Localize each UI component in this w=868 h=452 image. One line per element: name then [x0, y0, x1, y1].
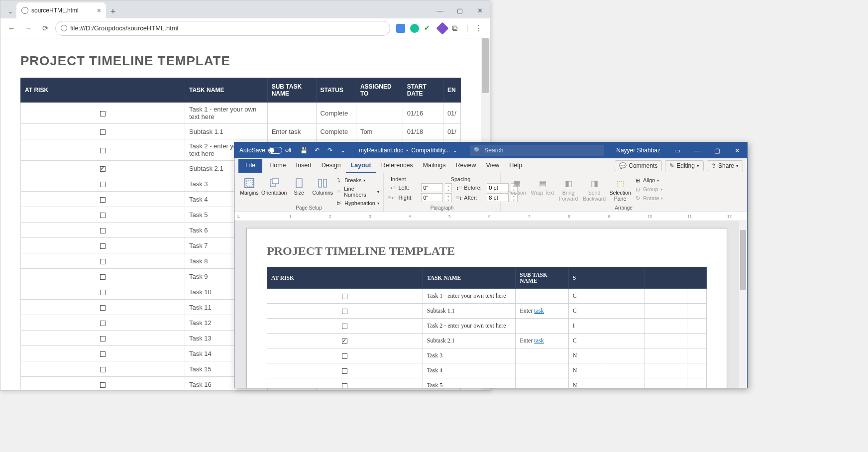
new-tab-button[interactable]: +	[106, 4, 120, 18]
menu-layout[interactable]: Layout	[346, 159, 376, 173]
qat-dropdown-icon[interactable]: ⌄	[339, 146, 347, 154]
extension-icon[interactable]	[436, 22, 448, 34]
autosave-toggle[interactable]: AutoSave Off	[234, 147, 296, 154]
redo-icon[interactable]: ↷	[326, 146, 334, 154]
checkbox-icon[interactable]	[100, 129, 106, 135]
at-risk-cell[interactable]	[21, 331, 185, 346]
at-risk-cell[interactable]	[267, 289, 423, 304]
menu-insert[interactable]: Insert	[291, 159, 317, 173]
undo-icon[interactable]: ↶	[313, 146, 321, 154]
menu-home[interactable]: Home	[264, 159, 291, 173]
selection-pane-button[interactable]: ⬚Selection Pane	[608, 175, 632, 202]
orientation-button[interactable]: Orientation	[262, 175, 286, 196]
checkbox-icon[interactable]	[342, 368, 347, 374]
checkbox-icon[interactable]	[100, 336, 106, 341]
extension-icon[interactable]	[396, 24, 405, 33]
align-button[interactable]: ⊞Align ▾	[634, 176, 663, 184]
checkbox-icon[interactable]	[100, 148, 106, 153]
at-risk-cell[interactable]	[267, 334, 423, 348]
tab-list-dropdown[interactable]: ⌄	[4, 4, 16, 18]
spinner[interactable]: ▴▾	[445, 193, 452, 202]
chevron-down-icon[interactable]: ⌄	[453, 148, 457, 153]
columns-button[interactable]: Columns	[312, 175, 333, 196]
indent-right-input[interactable]	[421, 193, 443, 202]
indent-left-input[interactable]	[421, 183, 443, 192]
checkbox-icon[interactable]	[100, 290, 106, 295]
at-risk-cell[interactable]	[267, 348, 423, 363]
comments-button[interactable]: 💬Comments	[615, 160, 662, 171]
maximize-button[interactable]: ▢	[450, 2, 470, 18]
checkbox-icon[interactable]	[100, 243, 106, 249]
address-bar[interactable]: i file:///D:/Groupdocs/sourceHTML.html	[55, 21, 390, 36]
extensions-puzzle-icon[interactable]: ⧉	[452, 24, 461, 33]
menu-references[interactable]: References	[376, 159, 418, 173]
close-button[interactable]: ✕	[470, 2, 490, 18]
checkbox-icon[interactable]	[100, 259, 106, 264]
at-risk-cell[interactable]	[21, 315, 185, 331]
at-risk-cell[interactable]	[267, 363, 423, 378]
at-risk-cell[interactable]	[21, 238, 185, 253]
browser-tab[interactable]: sourceHTML.html ×	[16, 2, 106, 18]
checkbox-icon[interactable]	[100, 166, 106, 172]
document-page[interactable]: PROJECT TIMELINE TEMPLATE AT RISKTASK NA…	[246, 228, 727, 388]
checkbox-icon[interactable]	[342, 353, 347, 359]
checkbox-icon[interactable]	[100, 321, 106, 326]
checkbox-icon[interactable]	[100, 305, 106, 311]
task-link[interactable]: task	[534, 337, 543, 344]
ribbon-display-button[interactable]: ▭	[667, 142, 687, 158]
checkbox-icon[interactable]	[100, 197, 106, 203]
at-risk-cell[interactable]	[21, 269, 185, 284]
spinner[interactable]: ▴▾	[445, 183, 452, 192]
size-button[interactable]: Size	[288, 175, 310, 196]
menu-help[interactable]: Help	[504, 159, 527, 173]
at-risk-cell[interactable]	[267, 304, 423, 319]
user-name[interactable]: Nayyer Shahbaz	[609, 147, 667, 154]
save-icon[interactable]: 💾	[300, 146, 308, 154]
at-risk-cell[interactable]	[21, 103, 185, 124]
checkbox-icon[interactable]	[342, 294, 347, 299]
scrollbar-thumb[interactable]	[482, 38, 489, 93]
extension-icon[interactable]	[410, 24, 419, 33]
checkbox-icon[interactable]	[342, 324, 347, 329]
margins-button[interactable]: Margins	[238, 175, 260, 196]
menu-mailings[interactable]: Mailings	[418, 159, 451, 173]
menu-file[interactable]: File	[238, 159, 262, 173]
at-risk-cell[interactable]	[21, 207, 185, 223]
checkbox-icon[interactable]	[342, 383, 347, 388]
more-menu-button[interactable]: ⋮	[472, 21, 486, 35]
extension-icon[interactable]: ✔	[424, 24, 433, 33]
at-risk-cell[interactable]	[267, 378, 423, 388]
at-risk-cell[interactable]	[21, 377, 185, 391]
at-risk-cell[interactable]	[21, 139, 185, 161]
checkbox-icon[interactable]	[100, 367, 106, 372]
reload-button[interactable]: ⟳	[38, 21, 52, 35]
at-risk-cell[interactable]	[21, 300, 185, 315]
checkbox-icon[interactable]	[100, 182, 106, 187]
minimize-button[interactable]: —	[687, 142, 707, 158]
at-risk-cell[interactable]	[21, 192, 185, 207]
search-box[interactable]: 🔍 Search	[470, 145, 604, 156]
at-risk-cell[interactable]	[21, 346, 185, 361]
menu-review[interactable]: Review	[450, 159, 481, 173]
checkbox-icon[interactable]	[100, 274, 106, 280]
at-risk-cell[interactable]	[267, 319, 423, 334]
at-risk-cell[interactable]	[21, 161, 185, 176]
checkbox-icon[interactable]	[100, 213, 106, 218]
menu-design[interactable]: Design	[317, 159, 346, 173]
at-risk-cell[interactable]	[21, 124, 185, 139]
info-icon[interactable]: i	[61, 25, 67, 31]
close-tab-icon[interactable]: ×	[97, 6, 101, 14]
minimize-button[interactable]: —	[430, 2, 450, 18]
breaks-button[interactable]: ⤵Breaks ▾	[335, 176, 379, 184]
at-risk-cell[interactable]	[21, 176, 185, 192]
scrollbar-thumb[interactable]	[740, 230, 746, 290]
checkbox-icon[interactable]	[100, 228, 106, 233]
checkbox-icon[interactable]	[100, 111, 106, 116]
checkbox-icon[interactable]	[342, 309, 347, 314]
ruler[interactable]: L 123456789101112	[234, 212, 747, 221]
maximize-button[interactable]: ▢	[707, 142, 727, 158]
toggle-icon[interactable]	[268, 147, 282, 154]
menu-view[interactable]: View	[481, 159, 504, 173]
checkbox-icon[interactable]	[342, 339, 347, 344]
forward-button[interactable]: →	[21, 21, 35, 35]
